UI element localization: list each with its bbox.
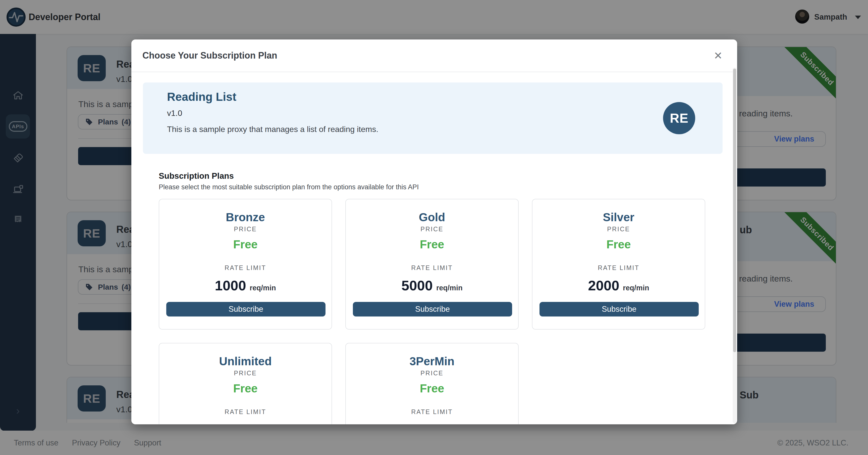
api-info-box: Reading List v1.0 This is a sample proxy… bbox=[143, 82, 722, 154]
rate-limit-label: RATE LIMIT bbox=[346, 264, 518, 272]
plan-price: Free bbox=[159, 237, 332, 251]
rate-unit: req/min bbox=[436, 284, 463, 292]
subscribe-button[interactable]: Subscribe bbox=[539, 302, 699, 316]
rate-value: 1000 bbox=[215, 277, 246, 294]
subscribe-button[interactable]: Subscribe bbox=[166, 302, 326, 316]
plan-price: Free bbox=[159, 381, 332, 395]
plan-price: Free bbox=[346, 237, 518, 251]
plan-name: 3PerMin bbox=[346, 354, 518, 368]
section-subheading: Please select the most suitable subscrip… bbox=[159, 183, 419, 191]
plan-card-gold: Gold PRICE Free RATE LIMIT 5000 req/min … bbox=[345, 199, 519, 330]
plan-card-silver: Silver PRICE Free RATE LIMIT 2000 req/mi… bbox=[532, 199, 705, 330]
plan-rate: 1000 req/min bbox=[159, 277, 332, 294]
rate-value: 5000 bbox=[401, 277, 433, 294]
modal-divider bbox=[131, 72, 737, 72]
price-label: PRICE bbox=[346, 370, 518, 377]
price-label: PRICE bbox=[532, 226, 705, 233]
close-icon[interactable]: ✕ bbox=[711, 49, 725, 63]
plan-price: Free bbox=[532, 237, 705, 251]
plan-rate: 5000 req/min bbox=[346, 277, 518, 294]
plan-name: Gold bbox=[346, 210, 518, 224]
price-label: PRICE bbox=[159, 226, 332, 233]
plan-card-3permin: 3PerMin PRICE Free RATE LIMIT Subscribe bbox=[345, 343, 519, 424]
plan-card-bronze: Bronze PRICE Free RATE LIMIT 1000 req/mi… bbox=[159, 199, 332, 330]
plan-card-unlimited: Unlimited PRICE Free RATE LIMIT Subscrib… bbox=[159, 343, 332, 424]
api-description: This is a sample proxy that manages a li… bbox=[167, 125, 378, 134]
api-name: Reading List bbox=[167, 90, 236, 104]
developer-portal-app: Developer Portal Sampath APIs bbox=[0, 0, 868, 455]
rate-unit: req/min bbox=[250, 284, 276, 292]
rate-limit-label: RATE LIMIT bbox=[532, 264, 705, 272]
rate-limit-label: RATE LIMIT bbox=[159, 264, 332, 272]
rate-value: 2000 bbox=[588, 277, 619, 294]
modal-scrollbar-thumb[interactable] bbox=[733, 68, 736, 352]
rate-limit-label: RATE LIMIT bbox=[159, 408, 332, 416]
plan-price: Free bbox=[346, 381, 518, 395]
section-heading: Subscription Plans bbox=[159, 171, 234, 181]
subscribe-button[interactable]: Subscribe bbox=[353, 302, 512, 316]
plan-name: Silver bbox=[532, 210, 705, 224]
plan-rate: 2000 req/min bbox=[532, 277, 705, 294]
rate-limit-label: RATE LIMIT bbox=[346, 408, 518, 416]
plan-name: Bronze bbox=[159, 210, 332, 224]
subscription-plan-modal: Choose Your Subscription Plan ✕ Reading … bbox=[131, 39, 737, 424]
modal-scrollbar-track[interactable] bbox=[733, 67, 737, 423]
price-label: PRICE bbox=[159, 370, 332, 377]
price-label: PRICE bbox=[346, 226, 518, 233]
modal-title: Choose Your Subscription Plan bbox=[143, 39, 277, 72]
api-avatar: RE bbox=[663, 102, 695, 134]
api-version: v1.0 bbox=[167, 109, 182, 118]
plan-name: Unlimited bbox=[159, 354, 332, 368]
rate-unit: req/min bbox=[623, 284, 649, 292]
